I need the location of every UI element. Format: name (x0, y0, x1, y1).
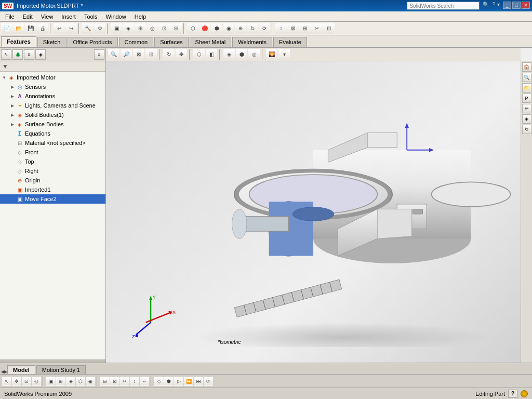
tab-office-products[interactable]: Office Products (68, 37, 118, 47)
display-mode-btn[interactable]: ◈ (223, 49, 235, 60)
tb-btn-6[interactable]: ◎ (147, 23, 158, 34)
print-button[interactable]: 🖨 (37, 23, 48, 34)
bt-btn-9[interactable]: ◉ (86, 377, 95, 386)
menu-file[interactable]: File (1, 12, 19, 21)
bt-btn-6[interactable]: ⊞ (56, 377, 65, 386)
rotate-btn[interactable]: ↻ (163, 49, 175, 60)
open-button[interactable]: 📂 (13, 23, 24, 34)
tb-btn-15[interactable]: ⟳ (259, 23, 270, 34)
menu-tools[interactable]: Tools (80, 12, 102, 21)
tb-btn-4[interactable]: ◈ (123, 23, 134, 34)
tree-item-front[interactable]: ▶ ◇ Front (0, 148, 105, 157)
expand-sensors[interactable]: ▶ (9, 84, 16, 90)
tree-item-top[interactable]: ▶ ◇ Top (0, 157, 105, 166)
save-button[interactable]: 💾 (25, 23, 36, 34)
expand-surface-bodies[interactable]: ▶ (9, 121, 16, 127)
tb-btn-10[interactable]: 🔴 (199, 23, 210, 34)
tb-btn-11[interactable]: ⬢ (211, 23, 222, 34)
bt-btn-7[interactable]: ◈ (66, 377, 75, 386)
rt-btn-edit[interactable]: ✏ (522, 104, 531, 113)
bt-btn-16[interactable]: ⬢ (164, 377, 174, 386)
menu-edit[interactable]: Edit (19, 12, 37, 21)
undo-button[interactable]: ↩ (54, 23, 65, 34)
help-button[interactable]: ? (508, 390, 517, 398)
rt-btn-ppt[interactable]: P (522, 94, 531, 103)
panel-btn-pointer[interactable]: ↖ (1, 49, 11, 60)
btab-motion-study-1[interactable]: Motion Study 1 (36, 365, 86, 374)
bt-btn-2[interactable]: ✥ (12, 377, 21, 386)
bt-btn-11[interactable]: ⊠ (110, 377, 119, 386)
bt-btn-17[interactable]: ▷ (174, 377, 183, 386)
bt-btn-10[interactable]: ⊟ (100, 377, 110, 386)
menu-view[interactable]: View (37, 12, 58, 21)
tb-btn-3[interactable]: ▣ (111, 23, 122, 34)
expand-solid-bodies[interactable]: ▶ (9, 112, 16, 118)
bt-btn-20[interactable]: ⟳ (204, 377, 213, 386)
tree-item-origin[interactable]: ▶ ⊕ Origin (0, 176, 105, 185)
panel-btn-config[interactable]: ◈ (35, 49, 46, 60)
panel-btn-prop[interactable]: ≡ (24, 49, 34, 60)
rt-btn-folder[interactable]: 📁 (522, 83, 531, 92)
bt-btn-4[interactable]: ◎ (32, 377, 41, 386)
menu-help[interactable]: Help (130, 12, 151, 21)
tb-btn-17[interactable]: ⊠ (287, 23, 299, 34)
zoom-out-btn[interactable]: 🔎 (121, 49, 132, 60)
panel-btn-tree[interactable]: 🌲 (12, 49, 23, 60)
tab-features[interactable]: Features (1, 36, 36, 47)
display-mode-2-btn[interactable]: ⬤ (236, 49, 247, 60)
bt-btn-1[interactable]: ↖ (2, 377, 11, 386)
tab-surfaces[interactable]: Surfaces (154, 37, 188, 47)
bt-btn-14[interactable]: ↔ (140, 377, 149, 386)
tab-weldments[interactable]: Weldments (232, 37, 272, 47)
options-button[interactable]: ⚙ (94, 23, 105, 34)
tree-item-sensors[interactable]: ▶ ◎ Sensors (0, 82, 105, 91)
tb-btn-9[interactable]: ⬡ (187, 23, 198, 34)
tree-item-imported-motor[interactable]: ▼ ◈ Imported Motor (0, 73, 105, 82)
tree-item-surface-bodies[interactable]: ▶ ◈ Surface Bodies (0, 119, 105, 129)
bt-btn-15[interactable]: ◇ (154, 377, 164, 386)
menu-insert[interactable]: Insert (57, 12, 80, 21)
zoom-in-btn[interactable]: 🔍 (108, 49, 119, 60)
tree-item-equations[interactable]: ▶ Σ Equations (0, 129, 105, 138)
tab-common[interactable]: Common (119, 37, 154, 47)
tree-item-move-face2[interactable]: ▶ ▣ Move Face2 (0, 194, 105, 204)
bt-btn-13[interactable]: ↕ (130, 377, 139, 386)
pan-btn[interactable]: ✥ (176, 49, 187, 60)
bt-btn-18[interactable]: ⏩ (184, 377, 193, 386)
display-mode-3-btn[interactable]: ◎ (248, 49, 260, 60)
tree-item-imported1[interactable]: ▶ ▣ Imported1 (0, 185, 105, 194)
help-icon[interactable]: ? (492, 2, 495, 10)
close-button[interactable]: ✕ (522, 2, 530, 9)
tab-evaluate[interactable]: Evaluate (273, 37, 307, 47)
tb-btn-19[interactable]: ✂ (311, 23, 323, 34)
maximize-button[interactable]: □ (512, 2, 521, 9)
rt-btn-rotate[interactable]: ↻ (522, 125, 531, 134)
tb-btn-20[interactable]: ⊡ (323, 23, 335, 34)
scene-btn-2[interactable]: ▾ (278, 49, 290, 60)
bt-btn-3[interactable]: ⊡ (22, 377, 31, 386)
search-icon[interactable]: 🔍 (483, 2, 489, 10)
panel-resize-handle[interactable] (0, 360, 105, 363)
minimize-button[interactable]: _ (503, 2, 511, 9)
rt-btn-house[interactable]: 🏠 (522, 62, 531, 72)
section-view-btn[interactable]: ◧ (206, 49, 217, 60)
zoom-fit-btn[interactable]: ⊠ (133, 49, 144, 60)
bt-btn-8[interactable]: ⬡ (76, 377, 85, 386)
tab-sketch[interactable]: Sketch (37, 37, 66, 47)
tb-btn-16[interactable]: ↕ (275, 23, 287, 34)
menu-window[interactable]: Window (102, 12, 130, 21)
tree-item-solid-bodies[interactable]: ▶ ◈ Solid Bodies(1) (0, 110, 105, 119)
tree-item-lights[interactable]: ▶ ☀ Lights, Cameras and Scene (0, 101, 105, 110)
new-button[interactable]: 📄 (1, 23, 12, 34)
tb-btn-18[interactable]: ⊞ (299, 23, 311, 34)
tb-btn-13[interactable]: ⊕ (235, 23, 246, 34)
search-input[interactable] (407, 2, 480, 10)
bt-btn-5[interactable]: ▣ (46, 377, 56, 386)
panel-btn-more[interactable]: » (94, 49, 104, 60)
tb-btn-14[interactable]: ↻ (247, 23, 258, 34)
tb-btn-7[interactable]: ⊡ (158, 23, 170, 34)
rt-btn-zoom[interactable]: 🔍 (522, 73, 531, 82)
tab-sheet-metal[interactable]: Sheet Metal (190, 37, 232, 47)
scene-btn[interactable]: 🌄 (266, 49, 277, 60)
bt-btn-19[interactable]: ⏭ (194, 377, 203, 386)
